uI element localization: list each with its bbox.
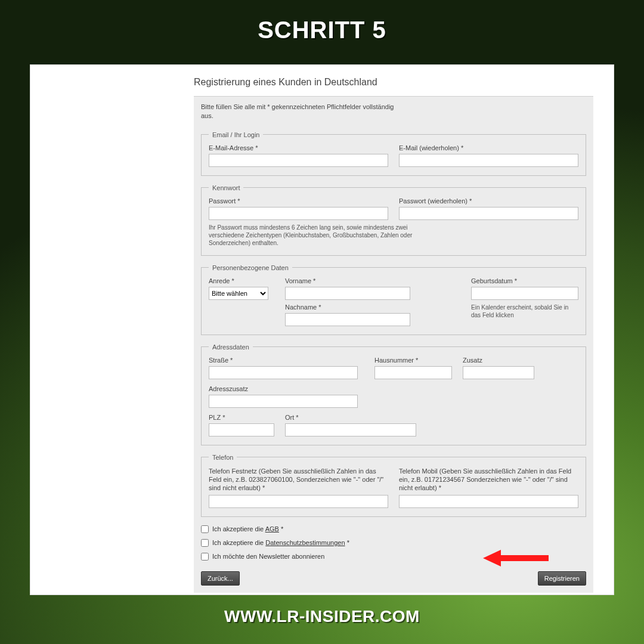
screenshot-card: Registrierung eines Kunden in Deutschlan… [30, 64, 614, 595]
mobile-field[interactable] [399, 495, 578, 508]
password-label: Passwort * [209, 197, 388, 205]
firstname-field[interactable] [285, 287, 410, 300]
consent-newsletter-label: Ich möchte den Newsletter abonnieren [212, 553, 324, 560]
houseno-field[interactable] [374, 366, 452, 379]
group-password: Kennwort Passwort * Passwort (wiederhole… [201, 184, 586, 256]
group-address-legend: Adressdaten [209, 343, 253, 351]
arrow-annotation [483, 549, 549, 568]
page-title: SCHRITT 5 [0, 17, 644, 44]
zip-label: PLZ * [209, 414, 274, 421]
privacy-link[interactable]: Datenschutzbestimmungen [265, 539, 345, 546]
password-repeat-label: Passwort (wiederholen) * [399, 197, 578, 205]
consent-agb-row: Ich akzeptiere die AGB * [201, 525, 586, 533]
email-field[interactable] [209, 154, 388, 167]
password-hint: Ihr Passwort muss mindestens 6 Zeichen l… [209, 224, 423, 247]
consent-privacy-prefix: Ich akzeptiere die [212, 539, 265, 546]
houseno-label: Hausnummer * [374, 357, 452, 364]
form-heading: Registrierung eines Kunden in Deutschlan… [194, 77, 593, 88]
password-repeat-field[interactable] [399, 207, 578, 220]
consent-agb-prefix: Ich akzeptiere die [212, 525, 265, 532]
dob-label: Geburtsdatum * [471, 277, 578, 284]
mobile-label: Telefon Mobil (Geben Sie ausschließlich … [399, 467, 578, 493]
consent-newsletter-checkbox[interactable] [201, 553, 209, 561]
form-intro: Bitte füllen Sie alle mit * gekennzeichn… [201, 103, 401, 120]
consent-agb-suffix: * [279, 525, 283, 532]
group-login-legend: Email / Ihr Login [209, 131, 263, 138]
email-repeat-field[interactable] [399, 154, 578, 167]
group-phone: Telefon Telefon Festnetz (Geben Sie auss… [201, 454, 586, 517]
street-label: Straße * [209, 357, 364, 364]
form-body: Bitte füllen Sie alle mit * gekennzeichn… [194, 96, 593, 593]
group-phone-legend: Telefon [209, 454, 237, 461]
svg-marker-1 [483, 550, 501, 566]
firstname-label: Vorname * [285, 277, 410, 284]
consent-privacy-suffix: * [345, 539, 349, 546]
email-label: E-Mail-Adresse * [209, 144, 388, 151]
password-field[interactable] [209, 207, 388, 220]
group-login: Email / Ihr Login E-Mail-Adresse * E-Mai… [201, 131, 586, 176]
city-label: Ort * [285, 414, 416, 421]
register-button[interactable]: Registrieren [538, 571, 586, 586]
addr-addition-label: Adresszusatz [209, 385, 578, 392]
addition-label: Zusatz [463, 357, 534, 364]
zip-field[interactable] [209, 423, 274, 436]
addition-field[interactable] [463, 366, 534, 379]
lastname-field[interactable] [285, 313, 410, 326]
salutation-label: Anrede * [209, 277, 274, 284]
addr-addition-field[interactable] [209, 395, 358, 408]
consent-privacy-row: Ich akzeptiere die Datenschutzbestimmung… [201, 539, 586, 547]
consent-privacy-text: Ich akzeptiere die Datenschutzbestimmung… [212, 539, 349, 546]
svg-rect-0 [500, 555, 549, 561]
landline-field[interactable] [209, 495, 388, 508]
dob-field[interactable] [471, 287, 578, 300]
group-password-legend: Kennwort [209, 184, 243, 191]
city-field[interactable] [285, 423, 416, 436]
group-address: Adressdaten Straße * Hausnummer * Zusatz [201, 343, 586, 445]
consent-agb-text: Ich akzeptiere die AGB * [212, 525, 283, 532]
back-button[interactable]: Zurück... [201, 571, 240, 586]
salutation-select[interactable]: Bitte wählen [209, 287, 268, 300]
consent-privacy-checkbox[interactable] [201, 539, 209, 547]
group-personal-legend: Personenbezogene Daten [209, 264, 292, 271]
lastname-label: Nachname * [285, 304, 410, 311]
footer-url: WWW.LR-INSIDER.COM [0, 607, 644, 626]
consent-agb-checkbox[interactable] [201, 525, 209, 533]
agb-link[interactable]: AGB [265, 525, 279, 532]
email-repeat-label: E-Mail (wiederholen) * [399, 144, 578, 151]
arrow-left-icon [483, 549, 549, 568]
group-personal: Personenbezogene Daten Anrede * Bitte wä… [201, 264, 586, 335]
landline-label: Telefon Festnetz (Geben Sie ausschließli… [209, 467, 388, 493]
dob-hint: Ein Kalender erscheint, sobald Sie in da… [471, 304, 578, 319]
street-field[interactable] [209, 366, 358, 379]
